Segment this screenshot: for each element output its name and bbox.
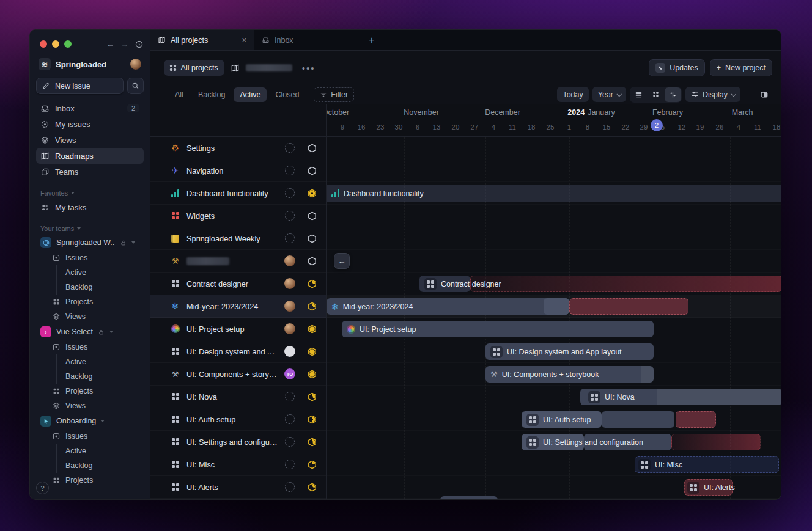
favorites-section-label[interactable]: Favorites	[40, 189, 139, 197]
sidebar-item-projects[interactable]: Projects	[36, 295, 144, 309]
project-row-ui-components-storybook[interactable]: ⚒UI: Components + storybookTO	[150, 363, 326, 386]
team-onboarding[interactable]: Onboarding	[36, 413, 144, 429]
project-row-contract-designer[interactable]: Contract designer	[150, 273, 326, 295]
timeline-bar-ui-auth-setup[interactable]	[676, 411, 716, 428]
unassigned-avatar-icon[interactable]	[285, 414, 295, 424]
unassigned-avatar-icon[interactable]	[285, 460, 295, 469]
project-status-icon[interactable]	[307, 279, 317, 288]
more-options-icon[interactable]: •••	[302, 63, 316, 73]
minimize-window-button[interactable]	[52, 40, 59, 48]
tab-inbox[interactable]: Inbox	[254, 30, 358, 50]
sidebar-item-issues[interactable]: Issues	[36, 251, 144, 265]
project-status-icon[interactable]	[307, 144, 317, 153]
project-row-widgets[interactable]: Widgets	[150, 205, 326, 227]
unassigned-avatar-icon[interactable]	[285, 437, 295, 447]
filter-active[interactable]: Active	[234, 87, 267, 102]
scroll-to-bar-left-button[interactable]: ←	[334, 253, 350, 269]
project-status-icon[interactable]	[307, 302, 317, 311]
workspace-switcher[interactable]: ≋ Springloaded	[36, 56, 144, 73]
project-status-icon[interactable]	[307, 370, 317, 379]
sidebar-item-views[interactable]: Views	[36, 309, 144, 324]
today-marker[interactable]: 2	[651, 119, 663, 131]
timeline-bar-mid-year-2023-2024[interactable]	[569, 298, 688, 315]
timeline-bar-ui-settings-and-configuration[interactable]	[671, 434, 761, 450]
sidebar-item-inbox[interactable]: Inbox2	[36, 100, 144, 116]
help-button[interactable]: ?	[36, 482, 49, 494]
close-tab-icon[interactable]: ×	[242, 35, 246, 45]
range-select[interactable]: Year	[592, 87, 626, 102]
sidebar-item-issues[interactable]: Issues	[36, 340, 144, 354]
project-status-icon[interactable]	[307, 257, 317, 266]
project-status-icon[interactable]	[307, 324, 317, 334]
sidebar-item-projects[interactable]: Projects	[36, 473, 144, 488]
search-button[interactable]	[127, 78, 144, 94]
your-teams-section-label[interactable]: Your teams	[40, 225, 139, 232]
filter-all[interactable]: All	[169, 87, 190, 102]
tab-all-projects[interactable]: All projects ×	[150, 30, 254, 50]
project-row-ui-nova[interactable]: UI: Nova	[150, 386, 326, 408]
unassigned-avatar-icon[interactable]	[285, 188, 295, 198]
forward-icon[interactable]: →	[120, 40, 128, 49]
unassigned-avatar-icon[interactable]	[285, 233, 295, 243]
unassigned-avatar-icon[interactable]	[285, 143, 295, 153]
new-project-button[interactable]: + New project	[710, 59, 772, 76]
project-status-icon[interactable]	[307, 347, 317, 356]
project-row-navigation[interactable]: ✈Navigation	[150, 159, 326, 182]
list-view-button[interactable]	[630, 87, 647, 102]
board-view-button[interactable]	[648, 87, 664, 102]
sidebar-item-backlog[interactable]: Backlog	[57, 458, 144, 473]
unassigned-avatar-icon[interactable]	[285, 392, 295, 401]
project-row-ui-project-setup[interactable]: UI: Project setup	[150, 318, 326, 340]
sidebar-item-roadmaps[interactable]: Roadmaps	[36, 148, 144, 164]
back-icon[interactable]: ←	[106, 40, 114, 49]
timeline-bar-contract-designer[interactable]	[470, 276, 781, 292]
partial-bottom-bar[interactable]	[440, 496, 498, 499]
assignee-avatar[interactable]	[284, 255, 295, 266]
project-row-ui-auth-setup[interactable]: UI: Auth setup	[150, 408, 326, 431]
unassigned-avatar-icon[interactable]	[285, 211, 295, 221]
project-row-settings[interactable]: ⚙Settings	[150, 137, 326, 159]
project-status-icon[interactable]	[307, 211, 317, 221]
zoom-window-button[interactable]	[64, 40, 72, 48]
project-row-ui-misc[interactable]: UI: Misc	[150, 453, 326, 476]
new-issue-button[interactable]: New issue	[36, 78, 124, 94]
sidebar-item-projects[interactable]: Projects	[36, 384, 144, 398]
user-avatar[interactable]	[130, 59, 141, 70]
display-button[interactable]: Display	[685, 87, 740, 102]
today-button[interactable]: Today	[557, 87, 588, 102]
project-status-icon[interactable]	[307, 392, 317, 401]
project-row-ui-alerts[interactable]: UI: Alerts	[150, 476, 326, 499]
timeline-bar-ui-components-storybook[interactable]	[641, 366, 654, 383]
filter-closed[interactable]: Closed	[269, 87, 305, 102]
assignee-avatar[interactable]	[284, 278, 295, 289]
sidebar-item-teams[interactable]: Teams	[36, 164, 144, 180]
timeline-bar-ui-auth-setup[interactable]	[602, 411, 674, 428]
unassigned-avatar-icon[interactable]	[285, 166, 295, 175]
project-status-icon[interactable]	[307, 166, 317, 175]
project-status-icon[interactable]	[307, 234, 317, 243]
timeline-view-button[interactable]	[665, 87, 681, 102]
sidebar-item-views[interactable]: Views	[36, 398, 144, 413]
assignee-avatar[interactable]	[284, 323, 295, 334]
sidebar-item-active[interactable]: Active	[57, 265, 144, 280]
new-tab-button[interactable]: +	[358, 30, 385, 50]
project-row-ui-design-system-and-app-layout[interactable]: UI: Design system and App layout	[150, 340, 326, 363]
sidebar-item-backlog[interactable]: Backlog	[57, 369, 144, 384]
project-row-dashboard-functionality[interactable]: Dashboard functionality	[150, 182, 326, 205]
breadcrumb-all-projects[interactable]: All projects	[164, 60, 224, 76]
assignee-avatar[interactable]	[284, 301, 295, 312]
assignee-avatar[interactable]: TO	[284, 368, 295, 379]
sidebar-item-issues[interactable]: Issues	[36, 429, 144, 444]
team-springloaded-w-[interactable]: Springloaded W...	[36, 235, 144, 251]
unassigned-avatar-icon[interactable]	[285, 482, 295, 492]
project-status-icon[interactable]	[307, 483, 317, 492]
project-row-mid-year-2023-2024[interactable]: ❄Mid-year: 2023/2024	[150, 295, 326, 318]
timeline-bar-mid-year-2023-2024[interactable]	[544, 298, 569, 315]
sidebar-item-backlog[interactable]: Backlog	[57, 280, 144, 295]
project-row-ui-settings-and-configuration[interactable]: UI: Settings and configuration	[150, 431, 326, 453]
updates-button[interactable]: Updates	[649, 59, 705, 76]
side-panel-toggle[interactable]	[756, 87, 772, 102]
team-vue-select[interactable]: ›Vue Select	[36, 324, 144, 340]
sidebar-item-active[interactable]: Active	[57, 354, 144, 369]
project-status-icon[interactable]	[307, 189, 317, 198]
